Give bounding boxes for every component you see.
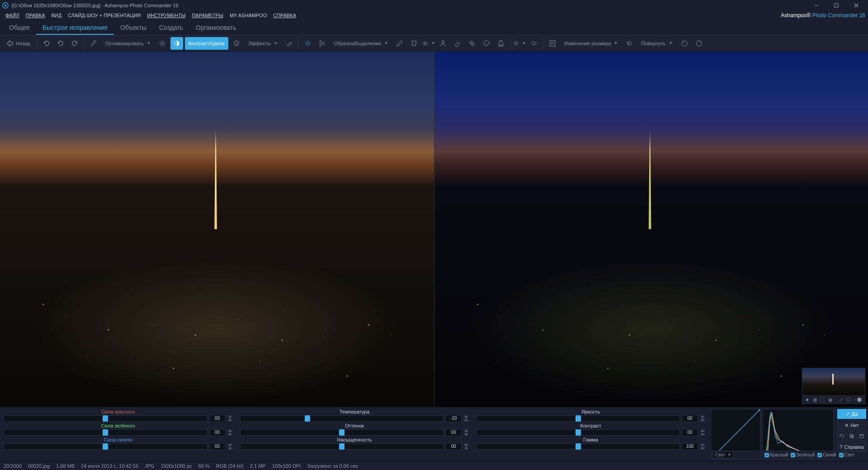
eye-icon[interactable]: ▼	[422, 37, 435, 50]
slider-track[interactable]	[240, 443, 444, 450]
crop-select-button[interactable]: Обрезка/Выделение▼	[330, 37, 392, 50]
spinner-up[interactable]: ▲	[227, 415, 233, 418]
resize-icon[interactable]	[546, 37, 559, 50]
spinner-down[interactable]: ▼	[700, 446, 705, 450]
undo-button[interactable]	[40, 37, 52, 50]
blur-icon[interactable]	[528, 37, 540, 50]
slider-value[interactable]: 00	[445, 429, 462, 436]
stamp-icon[interactable]	[495, 37, 507, 50]
nav-grid-icon[interactable]: ▦	[811, 397, 818, 403]
brush-icon[interactable]	[283, 37, 296, 50]
slider-value[interactable]: 00	[209, 415, 226, 422]
slider-track[interactable]	[4, 443, 208, 450]
histogram-graph[interactable]: Красный Зелёный Синий Свет	[762, 409, 834, 459]
maximize-button[interactable]	[826, 0, 846, 11]
close-button[interactable]	[846, 0, 866, 11]
menu-file[interactable]: ФАЙЛ	[3, 12, 22, 19]
spinner-up[interactable]: ▲	[700, 443, 705, 446]
image-original[interactable]	[0, 52, 434, 407]
minimize-button[interactable]	[807, 0, 826, 11]
rotate-icon[interactable]	[623, 37, 636, 50]
perspective-icon[interactable]	[408, 37, 420, 50]
spinner-down[interactable]: ▼	[463, 446, 469, 450]
menu-tools[interactable]: ИНСТРУМЕНТЫ	[144, 12, 188, 19]
curves-graph[interactable]: Свет▼	[711, 409, 760, 459]
apply-button[interactable]: ✓ Да	[837, 409, 866, 419]
nav-fit-icon[interactable]: ⛶	[819, 397, 826, 403]
spinner-down[interactable]: ▼	[227, 446, 233, 450]
slider-value[interactable]: 00	[209, 429, 226, 436]
spinner-down[interactable]: ▼	[700, 418, 705, 422]
spinner-down[interactable]: ▼	[227, 418, 233, 422]
help-button[interactable]: ? Справка	[837, 442, 866, 452]
save-icon[interactable]	[858, 432, 866, 441]
star-icon[interactable]	[230, 37, 243, 50]
nav-1to1-icon[interactable]: ▣	[826, 397, 834, 403]
rotate-right-icon[interactable]	[693, 37, 705, 50]
spinner-down[interactable]: ▼	[463, 432, 469, 436]
spinner-down[interactable]: ▼	[227, 432, 233, 436]
slider-track[interactable]	[476, 443, 680, 450]
slider-track[interactable]	[240, 429, 444, 436]
nav-fullscreen-icon[interactable]: ⤢	[837, 397, 844, 403]
slider-track[interactable]	[476, 429, 680, 436]
spinner-up[interactable]: ▲	[463, 443, 469, 446]
resize-button[interactable]: Изменение размера▼	[561, 37, 621, 50]
spinner-up[interactable]: ▲	[463, 429, 469, 432]
nav-zoom-slider[interactable]	[854, 399, 863, 400]
slider-value[interactable]: 00	[682, 415, 698, 422]
spinner-up[interactable]: ▲	[700, 429, 705, 432]
tab-organize[interactable]: Организовать	[189, 21, 242, 35]
undo-all-button[interactable]	[54, 37, 67, 50]
clone-icon[interactable]	[466, 37, 478, 50]
tab-general[interactable]: Общее	[3, 21, 36, 35]
wand-icon[interactable]	[87, 37, 100, 50]
hist-red-checkbox[interactable]: Красный	[764, 452, 788, 457]
copy-icon[interactable]	[847, 432, 856, 441]
spinner-up[interactable]: ▲	[700, 415, 705, 418]
menu-help[interactable]: СПРАВКА	[270, 12, 299, 19]
tab-create[interactable]: Создать	[153, 21, 189, 35]
back-button[interactable]: Назад	[3, 37, 34, 50]
slider-value[interactable]: 00	[209, 443, 226, 450]
pen-icon[interactable]	[393, 37, 406, 50]
palette-icon[interactable]	[480, 37, 493, 50]
eraser-icon[interactable]	[451, 37, 464, 50]
menu-slideshow[interactable]: СЛАЙД-ШОУ + ПРЕЗЕНТАЦИЯ	[65, 12, 143, 19]
rotate-left-icon[interactable]	[678, 37, 691, 50]
slider-track[interactable]	[4, 429, 208, 436]
tab-objects[interactable]: Объекты	[114, 21, 153, 35]
slider-track[interactable]	[4, 415, 208, 422]
redo-button[interactable]	[69, 37, 81, 50]
slider-value[interactable]: 00	[445, 443, 462, 450]
menu-edit[interactable]: ПРАВКА	[23, 12, 48, 19]
spinner-up[interactable]: ▲	[227, 443, 233, 446]
nav-monitor-icon[interactable]: 🖵	[845, 397, 852, 403]
slider-track[interactable]	[240, 415, 444, 422]
sparkle-icon[interactable]	[302, 37, 314, 50]
spinner-up[interactable]: ▲	[463, 415, 469, 418]
nav-star-icon[interactable]: ★	[803, 397, 811, 403]
rotate-button[interactable]: Повернуть▼	[637, 37, 676, 50]
menu-myashampoo[interactable]: MY ASHAMPOO	[227, 12, 269, 19]
effects-button[interactable]: Эффекты▼	[245, 37, 281, 50]
slider-value[interactable]: 00	[682, 429, 698, 436]
reset-icon[interactable]	[837, 432, 846, 441]
hist-blue-checkbox[interactable]: Синий	[817, 452, 836, 457]
hist-light-checkbox[interactable]: Свет	[839, 452, 854, 457]
slider-track[interactable]	[476, 415, 680, 422]
curves-channel-dropdown[interactable]: Свет▼	[713, 451, 733, 458]
contrast-colors-button[interactable]: Контраст/Цвета	[185, 37, 228, 50]
slider-value[interactable]: 100	[682, 443, 698, 450]
optimize-button[interactable]: Оптимизировать▼	[102, 37, 154, 50]
target-icon[interactable]: ▼	[513, 37, 526, 50]
slider-value[interactable]: -33	[445, 415, 462, 422]
navigator-thumbnail[interactable]	[802, 368, 865, 395]
hist-green-checkbox[interactable]: Зелёный	[791, 452, 815, 457]
spinner-up[interactable]: ▲	[227, 429, 233, 432]
spinner-down[interactable]: ▼	[463, 418, 469, 422]
spinner-down[interactable]: ▼	[700, 432, 705, 436]
brightness-icon[interactable]	[156, 37, 169, 50]
cancel-button[interactable]: ✕ Нет	[837, 420, 866, 430]
tab-quickfix[interactable]: Быстрое исправление	[36, 21, 114, 35]
